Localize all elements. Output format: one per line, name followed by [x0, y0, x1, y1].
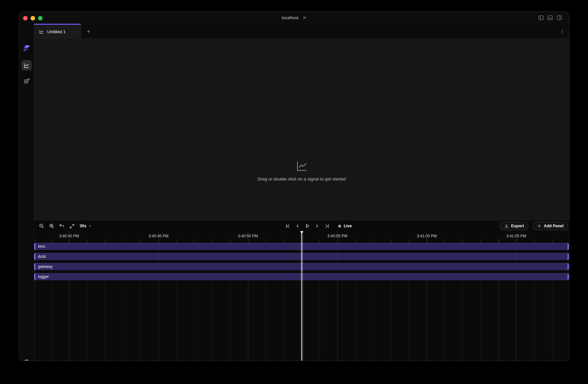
step-forward-button[interactable]	[313, 222, 321, 230]
tick-label: 3:41:05 PM	[504, 234, 528, 238]
tick-label: 3:40:40 PM	[57, 234, 81, 238]
live-label: Live	[344, 224, 352, 228]
kebab-icon	[560, 29, 565, 34]
skip-to-end-button[interactable]	[323, 222, 330, 230]
expand-diagonal-icon	[69, 223, 75, 229]
chevron-left-icon	[295, 223, 300, 229]
undo-button[interactable]	[58, 222, 65, 230]
layout-toggle-group	[538, 12, 562, 24]
empty-state-message: Drag or double click on a signal to get …	[258, 177, 346, 181]
chevron-down-icon	[88, 224, 92, 228]
tab-untitled-1[interactable]: Untitled 1	[34, 24, 81, 39]
sidebar-item-panels[interactable]	[23, 78, 30, 84]
new-tab-button[interactable]	[83, 24, 94, 39]
timeline-toolbar: 30s	[34, 220, 569, 231]
track-label: gateway	[35, 264, 53, 269]
titlebar: localhost	[19, 12, 569, 24]
plus-icon	[537, 224, 542, 228]
magnifier-plus-icon	[49, 223, 55, 229]
sidebar	[19, 24, 34, 361]
time-range-select[interactable]: 30s	[80, 224, 92, 228]
download-icon	[504, 224, 509, 228]
tick-label: 3:40:50 PM	[236, 234, 260, 238]
live-dot-icon	[338, 225, 341, 228]
timeline-section: 3:40:40 PM 3:40:45 PM 3:40:50 PM 3:40:55…	[34, 231, 569, 361]
add-panel-label: Add Panel	[544, 224, 564, 228]
blocks-icon	[23, 78, 30, 84]
track-label: bms	[35, 244, 45, 249]
play-button[interactable]	[304, 222, 311, 230]
settings-button[interactable]	[23, 359, 30, 361]
close-icon[interactable]	[302, 16, 307, 20]
play-icon	[304, 223, 310, 229]
line-chart-icon	[23, 62, 30, 69]
empty-state: Drag or double click on a signal to get …	[34, 160, 569, 181]
skip-to-start-button[interactable]	[284, 222, 291, 230]
toolbar-right-group: Export Add Panel	[500, 222, 568, 230]
playback-controls: Live	[284, 220, 352, 232]
export-button[interactable]: Export	[500, 222, 528, 230]
skip-to-end-icon	[324, 223, 330, 229]
time-range-value: 30s	[80, 224, 86, 228]
window-title: localhost	[282, 15, 298, 20]
track-label: logger	[35, 274, 49, 279]
plot-canvas[interactable]: Drag or double click on a signal to get …	[34, 39, 569, 220]
plus-icon	[86, 29, 91, 34]
tick-label: 3:40:45 PM	[147, 234, 170, 238]
playhead[interactable]	[301, 231, 302, 361]
line-chart-icon	[295, 160, 308, 173]
tab-label: Untitled 1	[47, 29, 66, 34]
live-indicator[interactable]: Live	[338, 224, 352, 228]
skip-to-start-icon	[285, 223, 291, 229]
zoom-in-button[interactable]	[48, 222, 55, 230]
zoom-out-button[interactable]	[38, 222, 45, 230]
fit-view-button[interactable]	[68, 222, 75, 230]
magnifier-minus-icon	[39, 223, 45, 229]
chevron-right-icon	[314, 223, 320, 229]
tick-label: 3:41:00 PM	[415, 234, 439, 238]
toggle-bottom-panel-icon[interactable]	[547, 15, 553, 20]
logo-parallelogram	[23, 45, 30, 48]
app-logo[interactable]	[22, 43, 31, 52]
toolbar-left-group: 30s	[38, 220, 92, 232]
add-panel-button[interactable]: Add Panel	[533, 222, 568, 230]
toggle-right-panel-icon[interactable]	[556, 15, 562, 20]
gear-icon	[23, 359, 30, 361]
step-back-button[interactable]	[294, 222, 301, 230]
tick-label: 3:40:55 PM	[326, 234, 349, 238]
titlebar-title-group: localhost	[19, 12, 569, 24]
export-label: Export	[511, 224, 524, 228]
app-window: localhost	[19, 11, 569, 361]
sidebar-item-visualize[interactable]	[21, 60, 32, 71]
line-chart-icon	[39, 29, 44, 34]
toggle-left-panel-icon[interactable]	[538, 15, 544, 20]
main-area: Untitled 1 Drag or double click on a sig…	[34, 24, 569, 361]
tab-bar: Untitled 1	[34, 24, 569, 39]
tab-overflow-menu-button[interactable]	[560, 24, 565, 39]
undo-arrow-icon	[59, 223, 65, 229]
track-label: dcdc	[35, 254, 46, 259]
